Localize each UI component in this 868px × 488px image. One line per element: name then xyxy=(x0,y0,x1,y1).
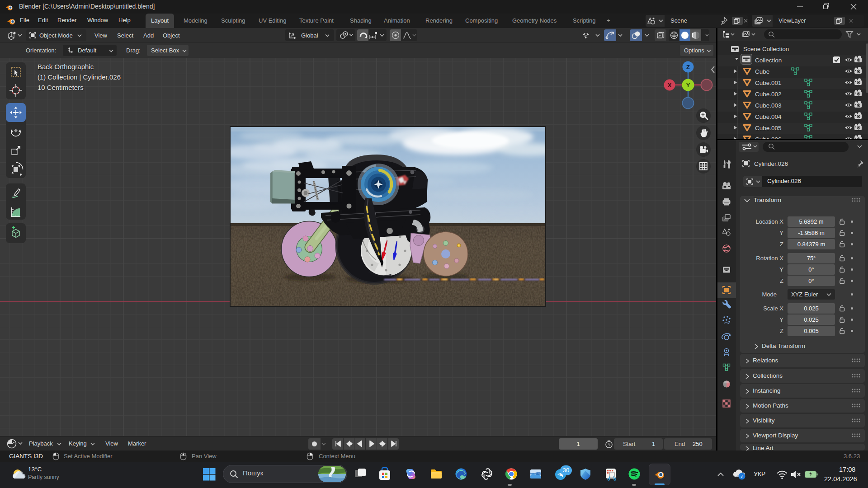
svg-text:Z: Z xyxy=(686,64,690,70)
svg-text:Scene Collection: Scene Collection xyxy=(743,46,789,52)
svg-text:Cube.003: Cube.003 xyxy=(755,102,782,109)
svg-text:Cube.001: Cube.001 xyxy=(755,80,782,86)
svg-text:Cube.002: Cube.002 xyxy=(755,91,782,98)
svg-text:Y: Y xyxy=(686,82,690,89)
svg-text:Collection: Collection xyxy=(755,57,782,64)
svg-text:Cube: Cube xyxy=(755,68,769,75)
svg-text:Cube.005: Cube.005 xyxy=(755,125,782,131)
svg-text:Cube.004: Cube.004 xyxy=(755,113,782,120)
svg-text:Cube.006: Cube.006 xyxy=(755,136,782,140)
svg-text:X: X xyxy=(668,82,672,89)
